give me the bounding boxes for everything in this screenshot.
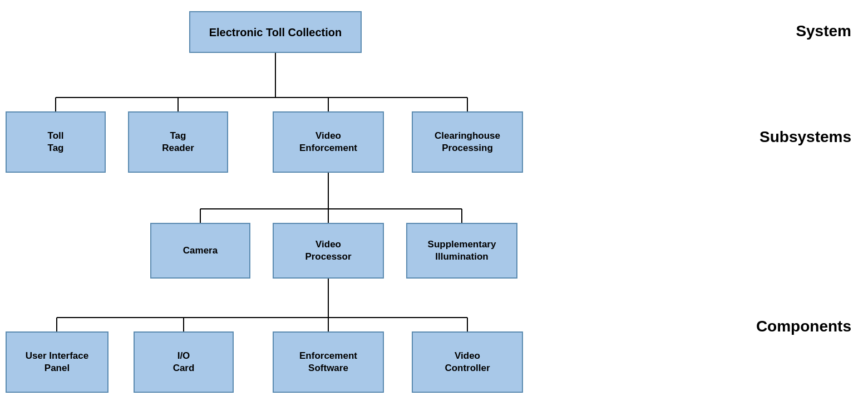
node-enforcement-software-label: EnforcementSoftware [299, 350, 357, 374]
node-root-label: Electronic Toll Collection [209, 25, 342, 40]
node-camera: Camera [150, 223, 250, 279]
node-clearinghouse: ClearinghouseProcessing [412, 111, 523, 173]
node-tag-reader-label: TagReader [162, 130, 194, 154]
node-video-controller-label: VideoController [445, 350, 490, 374]
node-toll-tag-label: TollTag [48, 130, 64, 154]
node-supplementary: SupplementaryIllumination [406, 223, 517, 279]
node-ui-panel: User InterfacePanel [6, 331, 108, 393]
node-video-enforcement: VideoEnforcement [273, 111, 384, 173]
node-ui-panel-label: User InterfacePanel [26, 350, 88, 374]
node-io-card: I/OCard [134, 331, 234, 393]
node-tag-reader: TagReader [128, 111, 228, 173]
node-clearinghouse-label: ClearinghouseProcessing [435, 130, 500, 154]
label-subsystems: Subsystems [760, 128, 851, 146]
node-toll-tag: TollTag [6, 111, 106, 173]
node-video-processor-label: VideoProcessor [305, 238, 351, 263]
label-components: Components [756, 318, 851, 335]
node-io-card-label: I/OCard [173, 350, 195, 374]
node-enforcement-software: EnforcementSoftware [273, 331, 384, 393]
node-camera-label: Camera [183, 245, 218, 257]
node-video-enforcement-label: VideoEnforcement [299, 130, 357, 154]
node-video-controller: VideoController [412, 331, 523, 393]
diagram-container: Electronic Toll Collection TollTag TagRe… [0, 0, 668, 400]
node-video-processor: VideoProcessor [273, 223, 384, 279]
node-supplementary-label: SupplementaryIllumination [428, 238, 496, 263]
label-system: System [796, 22, 851, 40]
node-root: Electronic Toll Collection [189, 11, 362, 53]
